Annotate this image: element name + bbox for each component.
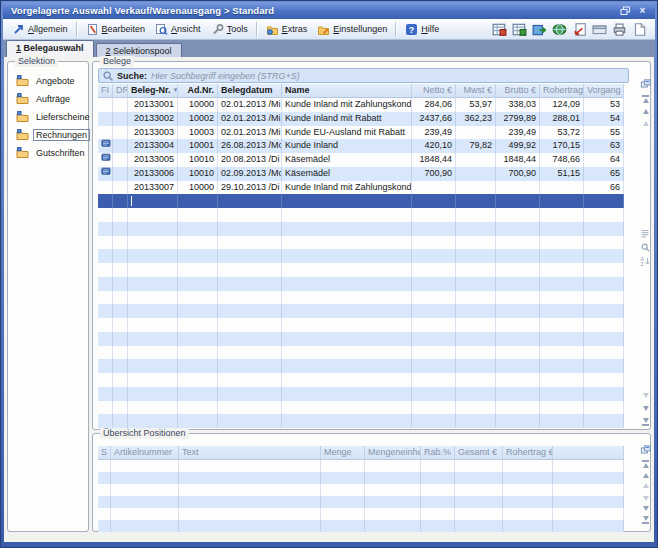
menu-item-extras[interactable]: Extras bbox=[261, 21, 313, 38]
table-row-empty[interactable] bbox=[98, 318, 624, 332]
column-header-fi[interactable]: FI bbox=[98, 84, 113, 98]
column-header-dr[interactable]: DR bbox=[113, 84, 128, 98]
column-header-blank[interactable] bbox=[553, 446, 624, 460]
column-header-mwst[interactable]: Mwst € bbox=[456, 84, 496, 98]
table-row-empty[interactable] bbox=[98, 460, 624, 472]
table-row-empty[interactable] bbox=[98, 520, 624, 532]
cell-dr bbox=[113, 139, 128, 153]
scroll-bottom-icon[interactable] bbox=[639, 515, 652, 524]
menu-item-tools[interactable]: Tools bbox=[206, 21, 253, 38]
table-row-empty[interactable] bbox=[98, 359, 624, 373]
scroll-up-icon[interactable] bbox=[639, 108, 652, 114]
page-up-icon[interactable] bbox=[639, 482, 652, 488]
list-icon[interactable] bbox=[639, 228, 652, 239]
column-header-netto[interactable]: Netto € bbox=[412, 84, 456, 98]
column-header-name[interactable]: Name bbox=[282, 84, 412, 98]
table-row[interactable]: 201330061001002.09.2013 /MoKäsemädel700,… bbox=[98, 167, 624, 181]
restore-icon[interactable] bbox=[619, 5, 632, 17]
scroll-bottom-icon[interactable] bbox=[639, 417, 652, 426]
blank-page-icon[interactable] bbox=[631, 21, 647, 37]
scroll-top-icon[interactable] bbox=[639, 460, 652, 468]
table-row-empty[interactable] bbox=[98, 291, 624, 305]
svg-text:Z: Z bbox=[640, 261, 643, 267]
printer-icon[interactable] bbox=[611, 21, 627, 37]
cell-fi bbox=[98, 153, 113, 167]
search-input[interactable] bbox=[151, 71, 625, 81]
table-row-empty[interactable] bbox=[98, 332, 624, 346]
cell-netto bbox=[412, 222, 456, 236]
globe-icon[interactable] bbox=[551, 21, 567, 37]
sidebar-item-aufträge[interactable]: Aufträge bbox=[16, 92, 73, 105]
table-row-empty[interactable] bbox=[98, 277, 624, 291]
scroll-down-icon[interactable] bbox=[639, 505, 652, 511]
scroll-top-icon[interactable] bbox=[639, 95, 652, 103]
table-row-empty[interactable] bbox=[98, 208, 624, 222]
table-row-empty[interactable] bbox=[98, 472, 624, 484]
cell-beleg_nr bbox=[128, 414, 178, 428]
column-header-beleg_nr[interactable]: Beleg-Nr.▼ bbox=[128, 84, 178, 98]
table-row-empty[interactable] bbox=[98, 387, 624, 401]
menu-item-hilfe[interactable]: ?Hilfe bbox=[400, 21, 444, 38]
page-return-icon[interactable] bbox=[571, 21, 587, 37]
tab-1-belegauswahl[interactable]: 1 Belegauswahl bbox=[6, 40, 94, 57]
scroll-up-icon[interactable] bbox=[639, 472, 652, 478]
column-header-rohertrag[interactable]: Rohertrag € bbox=[540, 84, 584, 98]
table-row[interactable]: 201330011000002.01.2013 /MiKunde Inland … bbox=[98, 98, 624, 112]
sidebar-item-label: Rechnungen bbox=[33, 129, 90, 141]
table-row-empty[interactable] bbox=[98, 508, 624, 520]
column-header-brutto[interactable]: Brutto € bbox=[496, 84, 540, 98]
table-row[interactable]: 201330051001020.08.2013 /DiKäsemädel1848… bbox=[98, 153, 624, 167]
cell-gesamt bbox=[455, 508, 503, 520]
close-icon[interactable]: × bbox=[636, 5, 649, 17]
cell-dr bbox=[113, 304, 128, 318]
table-row-empty[interactable] bbox=[98, 222, 624, 236]
column-header-rab[interactable]: Rab.% bbox=[421, 446, 455, 460]
table-row[interactable]: 201330031000302.01.2013 /MiKunde EU-Ausl… bbox=[98, 126, 624, 140]
column-header-gesamt[interactable]: Gesamt € bbox=[455, 446, 503, 460]
table-row-empty[interactable] bbox=[98, 373, 624, 387]
grid-red-icon[interactable] bbox=[491, 21, 507, 37]
menu-item-allgemein[interactable]: Allgemein bbox=[7, 21, 73, 38]
column-header-vorgang[interactable]: Vorgang bbox=[584, 84, 624, 98]
sort-icon[interactable]: AZ bbox=[639, 256, 652, 267]
column-header-menge[interactable]: Menge bbox=[321, 446, 365, 460]
table-row-selected[interactable] bbox=[98, 194, 624, 208]
table-row-empty[interactable] bbox=[98, 346, 624, 360]
sidebar-item-angebote[interactable]: Angebote bbox=[16, 74, 78, 87]
table-row-empty[interactable] bbox=[98, 249, 624, 263]
sidebar-item-lieferscheine[interactable]: Lieferscheine bbox=[16, 110, 93, 123]
column-header-mengeneinheit[interactable]: Mengeneinheit bbox=[365, 446, 421, 460]
menu-item-ansicht[interactable]: Ansicht bbox=[150, 21, 206, 38]
window-icon[interactable] bbox=[591, 21, 607, 37]
table-row-empty[interactable] bbox=[98, 304, 624, 318]
menu-item-bearbeiten[interactable]: Bearbeiten bbox=[81, 21, 151, 38]
column-header-s[interactable]: S bbox=[98, 446, 111, 460]
table-row-empty[interactable] bbox=[98, 414, 624, 428]
export-icon[interactable] bbox=[531, 21, 547, 37]
tab-2-selektionspool[interactable]: 2 Selektionspool bbox=[96, 43, 182, 57]
table-row-empty[interactable] bbox=[98, 236, 624, 250]
column-chooser-icon[interactable] bbox=[639, 445, 652, 456]
grid-green-icon[interactable] bbox=[511, 21, 527, 37]
table-row[interactable]: 201330021000202.01.2013 /MiKunde Inland … bbox=[98, 112, 624, 126]
table-row[interactable]: 201330041000126.08.2013 /MoKunde Inland4… bbox=[98, 139, 624, 153]
column-header-ad_nr[interactable]: Ad.Nr. bbox=[178, 84, 218, 98]
table-row[interactable]: 201330071000029.10.2013 /DiKunde Inland … bbox=[98, 181, 624, 195]
page-up-icon[interactable] bbox=[639, 120, 652, 126]
table-row-empty[interactable] bbox=[98, 401, 624, 415]
sidebar-item-gutschriften[interactable]: Gutschriften bbox=[16, 146, 88, 159]
page-down-icon[interactable] bbox=[639, 495, 652, 501]
column-header-rohertrag[interactable]: Rohertrag € bbox=[503, 446, 553, 460]
column-header-text[interactable]: Text bbox=[179, 446, 321, 460]
sidebar-item-rechnungen[interactable]: Rechnungen bbox=[16, 128, 90, 141]
search-small-icon[interactable] bbox=[639, 242, 652, 253]
table-row-empty[interactable] bbox=[98, 496, 624, 508]
column-header-datum[interactable]: Belegdatum bbox=[218, 84, 282, 98]
table-row-empty[interactable] bbox=[98, 484, 624, 496]
column-header-artikelnummer[interactable]: Artikelnummer bbox=[111, 446, 179, 460]
page-down-icon[interactable] bbox=[639, 392, 652, 398]
column-chooser-icon[interactable] bbox=[639, 79, 652, 90]
scroll-down-icon[interactable] bbox=[639, 405, 652, 411]
menu-item-einstellungen[interactable]: Einstellungen bbox=[312, 21, 392, 38]
table-row-empty[interactable] bbox=[98, 263, 624, 277]
